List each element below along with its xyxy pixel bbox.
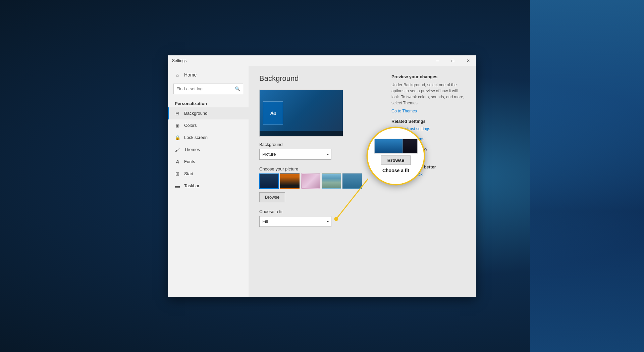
themes-nav-icon: 🖌 bbox=[175, 147, 180, 152]
fit-select[interactable]: Fill Fit Stretch Tile Center Span bbox=[259, 216, 331, 227]
zoom-preview-left bbox=[374, 139, 402, 153]
related-settings-title: Related Settings bbox=[391, 119, 465, 124]
background-select-wrapper: Picture Solid color Slideshow ▾ bbox=[259, 149, 331, 160]
content-left: Background Aa Background Picture Solid c… bbox=[259, 74, 381, 289]
zoom-preview-strip bbox=[374, 139, 418, 154]
zoom-circle-wrapper: Browse Choose a fit bbox=[367, 127, 425, 185]
picture-thumb-5[interactable] bbox=[342, 173, 362, 189]
home-icon: ⌂ bbox=[175, 72, 180, 78]
maximize-button[interactable]: □ bbox=[445, 55, 461, 66]
minimize-button[interactable]: ─ bbox=[430, 55, 445, 66]
sidebar-item-taskbar[interactable]: ▬ Taskbar bbox=[168, 180, 249, 192]
background-nav-icon: ⊟ bbox=[175, 111, 180, 116]
search-icon: 🔍 bbox=[235, 86, 240, 91]
settings-window: Settings ─ □ ✕ ⌂ Home 🔍 Personalization … bbox=[168, 55, 476, 297]
sidebar-start-label: Start bbox=[184, 171, 193, 176]
picture-thumb-1[interactable] bbox=[259, 173, 279, 189]
preview-panel-text: Under Background, select one of the opti… bbox=[391, 82, 465, 106]
sidebar-item-lock-screen[interactable]: 🔒 Lock screen bbox=[168, 132, 249, 144]
zoom-preview-right bbox=[402, 139, 417, 153]
colors-nav-icon: ◉ bbox=[175, 123, 180, 128]
sidebar: ⌂ Home 🔍 Personalization ⊟ Background ◉ … bbox=[168, 66, 249, 297]
preview-window-element: Aa bbox=[263, 101, 283, 125]
titlebar: Settings ─ □ ✕ bbox=[168, 55, 476, 66]
sidebar-lock-label: Lock screen bbox=[184, 135, 208, 140]
zoom-browse-button[interactable]: Browse bbox=[381, 156, 411, 165]
taskbar-nav-icon: ▬ bbox=[175, 183, 180, 189]
picture-thumb-3[interactable] bbox=[301, 173, 320, 189]
sidebar-home-item[interactable]: ⌂ Home bbox=[168, 69, 249, 81]
sidebar-background-label: Background bbox=[184, 111, 207, 116]
window-title: Settings bbox=[172, 58, 186, 63]
preview-taskbar bbox=[260, 131, 343, 136]
sidebar-item-start[interactable]: ⊞ Start bbox=[168, 168, 249, 180]
sidebar-item-fonts[interactable]: A Fonts bbox=[168, 156, 249, 168]
window-body: ⌂ Home 🔍 Personalization ⊟ Background ◉ … bbox=[168, 66, 476, 297]
sidebar-item-colors[interactable]: ◉ Colors bbox=[168, 119, 249, 132]
preview-panel-title: Preview your changes bbox=[391, 74, 465, 79]
picture-thumb-2[interactable] bbox=[280, 173, 300, 189]
background-select[interactable]: Picture Solid color Slideshow bbox=[259, 149, 331, 160]
sidebar-taskbar-label: Taskbar bbox=[184, 183, 200, 188]
background-label: Background bbox=[259, 142, 381, 147]
sidebar-colors-label: Colors bbox=[184, 123, 197, 128]
choose-picture-label: Choose your picture bbox=[259, 166, 381, 171]
sidebar-section-title: Personalization bbox=[168, 98, 249, 107]
choose-fit-label: Choose a fit bbox=[259, 209, 381, 214]
sidebar-fonts-label: Fonts bbox=[184, 159, 195, 164]
choose-fit-section: Choose a fit Fill Fit Stretch Tile Cente… bbox=[259, 209, 381, 227]
start-nav-icon: ⊞ bbox=[175, 171, 180, 177]
sidebar-item-themes[interactable]: 🖌 Themes bbox=[168, 144, 249, 156]
sidebar-themes-label: Themes bbox=[184, 147, 200, 152]
fit-select-wrapper: Fill Fit Stretch Tile Center Span ▾ bbox=[259, 216, 331, 227]
zoom-choose-fit-label: Choose a fit bbox=[382, 168, 409, 173]
window-controls: ─ □ ✕ bbox=[430, 55, 476, 66]
browse-button[interactable]: Browse bbox=[259, 192, 285, 202]
sidebar-home-label: Home bbox=[184, 72, 197, 78]
lock-screen-nav-icon: 🔒 bbox=[175, 135, 180, 140]
zoom-callout-container: Browse Choose a fit bbox=[367, 127, 425, 185]
search-box[interactable]: 🔍 bbox=[173, 84, 243, 94]
zoom-circle: Browse Choose a fit bbox=[367, 127, 425, 185]
background-section: Background Picture Solid color Slideshow… bbox=[259, 142, 381, 160]
close-button[interactable]: ✕ bbox=[461, 55, 476, 66]
desktop-preview: Aa bbox=[259, 90, 343, 137]
picture-grid bbox=[259, 173, 381, 189]
sidebar-item-background[interactable]: ⊟ Background bbox=[168, 107, 249, 119]
main-content: Background Aa Background Picture Solid c… bbox=[249, 66, 476, 297]
page-title: Background bbox=[259, 74, 381, 83]
search-input[interactable] bbox=[176, 86, 235, 91]
fonts-nav-icon: A bbox=[175, 159, 180, 164]
go-to-themes-link[interactable]: Go to Themes bbox=[391, 109, 465, 113]
choose-picture-section: Choose your picture Browse bbox=[259, 166, 381, 202]
picture-thumb-4[interactable] bbox=[322, 173, 341, 189]
